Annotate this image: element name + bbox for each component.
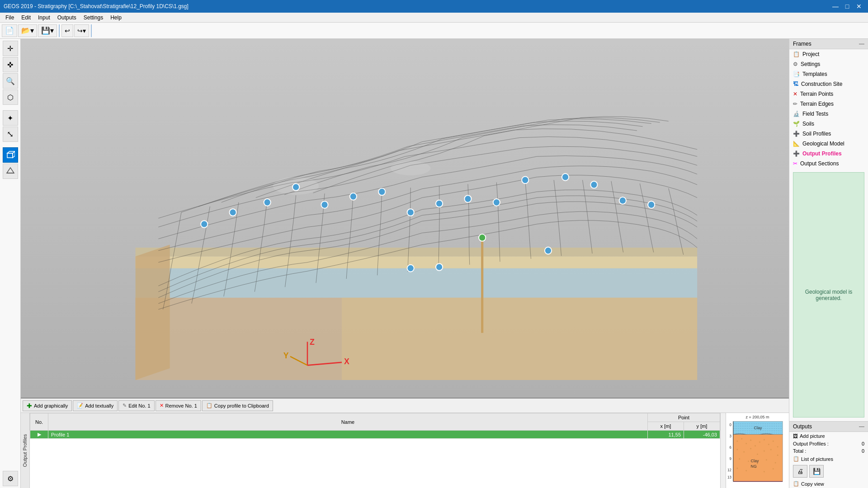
add-picture-icon: 🖼 [793,433,798,439]
tool-settings[interactable]: ⚙ [3,471,18,486]
tool-move[interactable]: ✛ [3,41,18,56]
svg-text:NG: NG [751,464,757,469]
total-label: Total : [793,448,806,454]
frames-item-output-profiles[interactable]: ➕ Output Profiles [789,149,868,159]
svg-text:6: 6 [729,446,731,450]
svg-point-66 [743,451,745,453]
profile-preview: z = 200,05 m 0 3 6 9 12 13 [726,413,789,488]
menu-edit[interactable]: Edit [18,14,34,22]
frames-collapse[interactable]: — [859,41,864,47]
frames-item-geological[interactable]: 📐 Geological Model [789,139,868,149]
maximize-button[interactable]: □ [842,1,853,11]
menu-help[interactable]: Help [107,14,125,22]
copy-profile-button[interactable]: 📋 Copy profile to Clipboard [202,400,273,411]
frames-item-construction[interactable]: 🏗 Construction Site [789,79,868,89]
close-button[interactable]: ✕ [854,1,864,11]
add-textually-icon: 📝 [77,403,83,408]
redo-button[interactable]: ↪▾ [74,24,89,37]
menu-file[interactable]: File [2,14,18,22]
center-area: Z Y X ✚ Add graphically 📝 [21,39,789,488]
frames-item-project[interactable]: 📋 Project [789,49,868,59]
frames-item-settings[interactable]: ⚙ Settings [789,59,868,69]
table-scrollbar[interactable] [720,413,726,488]
list-pictures-label: List of pictures [801,456,833,462]
templates-icon: 📑 [793,71,800,77]
edit-no1-button[interactable]: ✎ Edit No. 1 [118,400,154,411]
svg-text:3: 3 [729,434,731,438]
add-textually-button[interactable]: 📝 Add textually [73,400,118,411]
svg-point-71 [777,455,778,456]
tool-add-node[interactable]: ⤡ [3,127,18,142]
add-graphically-button[interactable]: ✚ Add graphically [23,400,72,411]
svg-point-63 [773,441,774,442]
svg-point-80 [764,471,765,472]
frames-item-field-tests[interactable]: 🔬 Field Tests [789,109,868,119]
new-button[interactable]: 📄 [2,24,17,37]
table-row[interactable]: ▶ Profile 1 11,55 -46,03 [30,431,720,439]
menu-settings[interactable]: Settings [80,14,107,22]
copy-view-button[interactable]: 📋 Copy view [789,479,868,488]
frames-soils-label: Soils [802,121,814,127]
menu-outputs[interactable]: Outputs [54,14,80,22]
settings-icon: ⚙ [793,61,798,67]
list-pictures-button[interactable]: 📋 List of pictures [789,455,868,463]
add-picture-label: Add picture [800,433,825,439]
copy-label: Copy profile to Clipboard [214,403,269,408]
frames-item-terrain-points[interactable]: ✕ Terrain Points [789,89,868,99]
tool-zoom[interactable]: 🔍 [3,73,18,89]
frames-item-soil-profiles[interactable]: ➕ Soil Profiles [789,129,868,139]
tool-select[interactable]: ⬡ [3,89,18,105]
frames-settings-label: Settings [801,61,820,67]
undo-button[interactable]: ↩ [61,24,73,37]
project-icon: 📋 [793,51,800,57]
copy-icon: 📋 [206,403,212,408]
soil-profiles-icon: ➕ [793,131,800,137]
svg-point-65 [736,449,738,450]
svg-text:Clay: Clay [751,459,759,463]
svg-point-70 [770,449,772,450]
col-x: x [m] [648,422,684,431]
svg-point-28 [321,201,328,208]
print-button[interactable]: 🖨 [793,465,807,478]
open-button[interactable]: 📂▾ [18,24,37,37]
profiles-table[interactable]: No. Name Point x [m] y [m] ▶ [30,413,720,488]
row-name: Profile 1 [48,431,648,439]
svg-text:Z: Z [310,338,315,347]
frames-field-tests-label: Field Tests [802,111,828,117]
output-profiles-label: Output Profiles : [793,441,829,446]
svg-point-61 [764,439,765,441]
tool-transform[interactable]: ✜ [3,57,18,72]
remove-no1-button[interactable]: ✕ Remove No. 1 [156,400,201,411]
svg-point-30 [545,247,552,254]
col-no: No. [30,413,48,431]
total-value: 0 [862,448,864,454]
svg-point-16 [378,188,385,196]
tool-3d-box[interactable] [3,147,18,163]
svg-point-72 [739,458,740,460]
svg-point-13 [264,199,271,206]
minimize-button[interactable]: — [830,1,841,11]
frames-item-output-sections[interactable]: ✂ Output Sections [789,159,868,169]
svg-point-25 [648,201,655,208]
construction-icon: 🏗 [793,81,798,87]
tool-3d-sphere[interactable] [3,164,18,179]
row-expand[interactable]: ▶ [30,431,48,439]
add-textually-label: Add textually [85,403,113,408]
frames-item-terrain-edges[interactable]: ✏ Terrain Edges [789,99,868,109]
svg-point-31 [407,265,414,272]
save-output-button[interactable]: 💾 [809,465,824,478]
print-icon: 🖨 [797,468,803,475]
profile-chart-svg: z = 200,05 m 0 3 6 9 12 13 [726,413,789,488]
viewport[interactable]: Z Y X [21,39,789,398]
frames-item-templates[interactable]: 📑 Templates [789,69,868,79]
frames-item-soils[interactable]: 🌱 Soils [789,119,868,129]
menu-input[interactable]: Input [34,14,54,22]
save-button[interactable]: 💾▾ [38,24,57,37]
svg-rect-54 [733,435,783,482]
tool-node[interactable]: ✦ [3,110,18,126]
row-y: -46,03 [684,431,720,439]
outputs-collapse[interactable]: — [859,423,864,430]
svg-point-60 [759,441,760,443]
add-graphically-icon: ✚ [27,402,32,409]
add-picture-button[interactable]: 🖼 Add picture [789,432,868,440]
